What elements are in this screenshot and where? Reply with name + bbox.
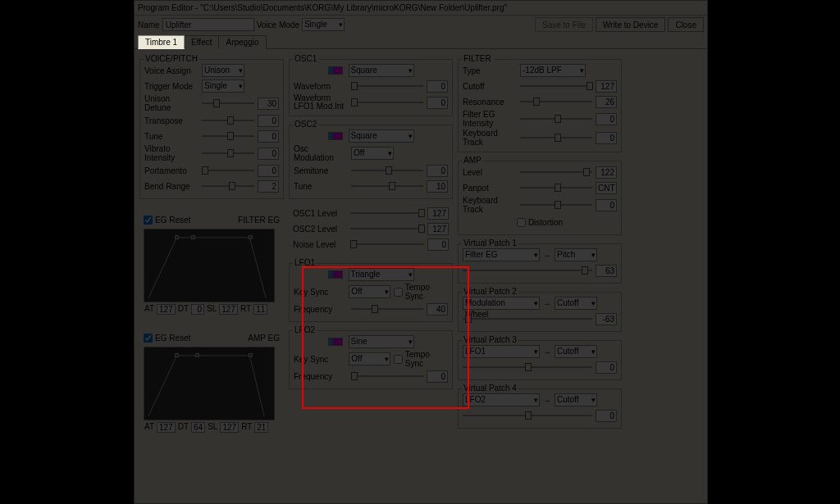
lfo1-wave-select[interactable]: Triangle <box>349 268 414 281</box>
osc1-level-value: 127 <box>427 207 449 220</box>
vp1-slider[interactable] <box>463 265 592 276</box>
osc1-lfo1mod-slider[interactable] <box>351 97 423 108</box>
filter-type-select[interactable]: -12dB LPF <box>520 64 586 77</box>
lfo1-freq-value: 40 <box>427 303 448 316</box>
vp3-source-select[interactable]: LFO1 <box>463 345 540 358</box>
write-to-device-button[interactable]: Write to Device <box>596 17 666 32</box>
lfo1-title: LFO1 <box>293 258 317 267</box>
vp2-group: Virtual Patch 2 Modulation Wheel→Cutoff … <box>458 292 622 332</box>
vibrato-slider[interactable] <box>202 148 254 159</box>
program-editor-window: Program Editor - "C:\Users\Studio\Docume… <box>134 0 708 504</box>
unison-detune-value: 30 <box>258 98 279 110</box>
name-input[interactable] <box>162 18 254 31</box>
filter-eg-intensity-label: Filter EG Intensity <box>463 110 517 128</box>
tab-bar: Timbre 1 Effect Arpeggio <box>135 34 707 49</box>
vp1-dest-select[interactable]: Pitch <box>555 248 597 261</box>
lfo1-freq-slider[interactable] <box>351 303 423 315</box>
resonance-value: 26 <box>596 96 617 108</box>
noise-level-slider[interactable] <box>350 238 424 250</box>
amp-eg-reset-checkbox[interactable]: EG Reset <box>144 334 190 343</box>
vp4-group: Virtual Patch 4 LFO2→Cutoff 0 <box>458 388 622 429</box>
voice-pitch-group: VOICE/PITCH Voice AssignUnison Trigger M… <box>139 59 284 199</box>
transpose-slider[interactable] <box>202 115 254 126</box>
resonance-slider[interactable] <box>520 96 592 107</box>
lfo2-freq-slider[interactable] <box>351 370 423 382</box>
save-to-file-button[interactable]: Save to File <box>535 17 593 32</box>
vp3-group: Virtual Patch 3 LFO1→Cutoff 0 <box>458 340 622 380</box>
vp1-source-select[interactable]: Filter EG <box>463 248 540 261</box>
vp2-dest-select[interactable]: Cutoff <box>555 297 597 310</box>
vp4-slider[interactable] <box>463 410 592 421</box>
filter-eg-reset-checkbox[interactable]: EG Reset <box>144 216 190 225</box>
distortion-checkbox[interactable]: Distortion <box>517 218 563 227</box>
filter-eg-graph[interactable] <box>144 229 275 302</box>
tune-slider[interactable] <box>202 130 254 142</box>
lfo1-keysync-label: Key Sync <box>294 288 345 297</box>
lfo2-freq-value: 0 <box>427 370 448 383</box>
osc2-semitone-slider[interactable] <box>351 165 423 176</box>
noise-level-label: Noise Level <box>293 240 347 249</box>
tab-effect[interactable]: Effect <box>184 35 219 49</box>
lfo1-keysync-select[interactable]: Off <box>349 285 390 298</box>
tab-arpeggio[interactable]: Arpeggio <box>218 35 266 49</box>
osc1-lfo1mod-label: Waveform LFO1 Mod.Int <box>294 94 348 111</box>
cutoff-slider[interactable] <box>520 80 592 92</box>
toolbar: Name Voice Mode Single Save to File Writ… <box>135 16 707 34</box>
arrow-icon: → <box>543 299 551 308</box>
osc2-tune-label: Tune <box>294 182 348 191</box>
tune-label: Tune <box>144 132 199 141</box>
panpot-slider[interactable] <box>520 182 592 193</box>
portamento-slider[interactable] <box>202 165 254 176</box>
osc1-waveform-slider[interactable] <box>351 80 423 92</box>
filter-eg-intensity-slider[interactable] <box>520 113 592 125</box>
trigger-mode-select[interactable]: Single <box>202 79 244 93</box>
lfo2-wave-select[interactable]: Sine <box>349 335 414 348</box>
vp2-slider[interactable] <box>463 313 592 325</box>
osc1-level-label: OSC1 Level <box>293 209 347 218</box>
vp4-dest-select[interactable]: Cutoff <box>555 393 597 406</box>
lfo2-keysync-select[interactable]: Off <box>349 352 390 366</box>
sine-wave-icon <box>328 338 343 346</box>
filter-eg-title: FILTER EG <box>238 216 280 225</box>
trigger-mode-label: Trigger Mode <box>144 82 199 91</box>
filter-kbtrack-slider[interactable] <box>520 132 592 143</box>
triangle-wave-icon <box>328 270 343 279</box>
tab-timbre1[interactable]: Timbre 1 <box>138 35 185 49</box>
osc2-title: OSC2 <box>293 120 318 129</box>
resonance-label: Resonance <box>463 98 517 107</box>
lfo2-keysync-label: Key Sync <box>294 355 345 364</box>
unison-detune-slider[interactable] <box>202 98 254 109</box>
osc2-tune-slider[interactable] <box>351 180 423 192</box>
voice-assign-select[interactable]: Unison <box>202 64 244 77</box>
amp-eg-graph[interactable] <box>144 347 275 420</box>
amp-level-slider[interactable] <box>520 166 592 178</box>
vp1-title: Virtual Patch 1 <box>462 238 518 247</box>
amp-kbtrack-slider[interactable] <box>520 199 592 211</box>
amp-eg-title: AMP EG <box>248 334 280 343</box>
osc1-level-slider[interactable] <box>350 207 424 219</box>
cutoff-label: Cutoff <box>463 82 517 91</box>
lfo1-temposync-checkbox[interactable]: Tempo Sync <box>394 283 448 301</box>
filter-type-label: Type <box>463 66 517 75</box>
vp3-dest-select[interactable]: Cutoff <box>555 345 597 358</box>
osc2-level-slider[interactable] <box>350 223 424 234</box>
vibrato-label: Vibrato Intensity <box>144 144 199 162</box>
amp-group: AMP Level122 PanpotCNT Keyboard Track0 D… <box>458 161 622 235</box>
osc-mod-select[interactable]: Off <box>351 147 394 160</box>
lfo2-temposync-checkbox[interactable]: Tempo Sync <box>394 350 448 368</box>
osc2-wave-select[interactable]: Square <box>349 129 414 143</box>
osc1-wave-select[interactable]: Square <box>349 64 414 77</box>
square-wave-icon <box>328 66 343 75</box>
vp1-value: 63 <box>596 265 617 277</box>
amp-level-value: 122 <box>596 166 617 179</box>
transpose-label: Transpose <box>144 116 199 125</box>
amp-eg-values: AT127 DT64 SL127 RT21 <box>144 422 280 433</box>
voice-pitch-title: VOICE/PITCH <box>144 54 199 63</box>
close-button[interactable]: Close <box>668 17 704 32</box>
window-title: Program Editor - "C:\Users\Studio\Docume… <box>135 1 707 16</box>
vp2-source-select[interactable]: Modulation Wheel <box>463 297 540 310</box>
voice-mode-select[interactable]: Single <box>302 18 345 31</box>
bend-range-slider[interactable] <box>202 180 254 192</box>
vp4-source-select[interactable]: LFO2 <box>463 393 540 406</box>
vp3-slider[interactable] <box>463 361 592 373</box>
